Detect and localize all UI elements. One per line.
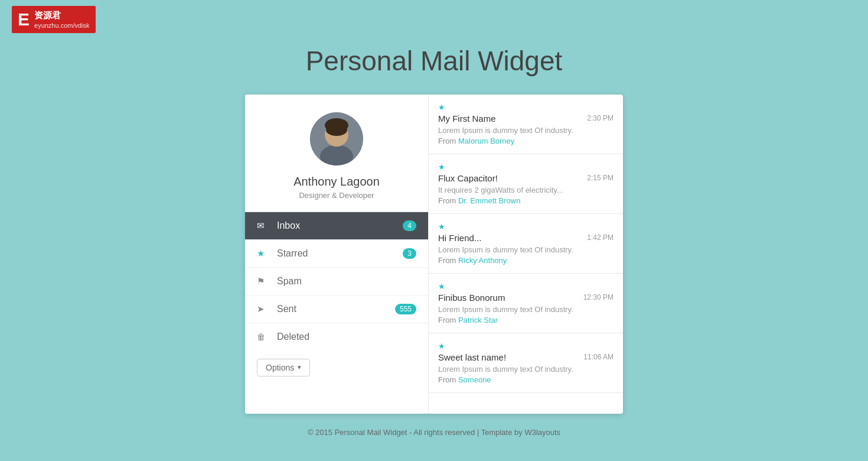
inbox-badge: 4 — [403, 220, 416, 231]
mail-time: 11:06 AM — [583, 353, 614, 361]
sidebar-item-spam[interactable]: ⚑ Spam — [245, 267, 428, 295]
inbox-icon: ✉ — [257, 220, 269, 231]
mail-from: From Ricky Anthony — [438, 256, 614, 265]
sidebar-item-deleted[interactable]: 🗑 Deleted — [245, 323, 428, 350]
mail-sender-link[interactable]: Ricky Anthony — [458, 256, 507, 265]
mail-list: ★ My First Name 2:30 PM Lorem Ipsum is d… — [428, 95, 623, 414]
logo[interactable]: E 资源君 eyunzhu.com/vdisk — [12, 6, 96, 33]
chevron-down-icon: ▾ — [298, 363, 301, 371]
logo-brand: 资源君 — [34, 9, 90, 21]
nav-list: ✉ Inbox 4 ★ Starred 3 ⚑ Spam ➤ Sent 555 — [245, 212, 428, 350]
star-indicator: ★ — [438, 282, 614, 291]
mail-subject: Sweet last name! — [438, 352, 506, 362]
star-indicator: ★ — [438, 163, 614, 171]
page-footer: © 2015 Personal Mail Widget - All rights… — [0, 414, 868, 451]
inbox-label: Inbox — [277, 220, 403, 231]
profile-name: Anthony Lagoon — [293, 175, 380, 189]
deleted-icon: 🗑 — [257, 332, 269, 342]
sidebar: Anthony Lagoon Designer & Developer ✉ In… — [245, 95, 428, 414]
mail-sender-link[interactable]: Patrick Star — [458, 316, 498, 324]
mail-from: From Someone — [438, 375, 614, 384]
mail-time: 2:15 PM — [587, 174, 614, 182]
mail-sender-link[interactable]: Dr. Emmett Brown — [458, 196, 520, 205]
mail-from: From Patrick Star — [438, 316, 614, 324]
logo-text: 资源君 eyunzhu.com/vdisk — [34, 9, 90, 30]
mail-preview: Lorem Ipsum is dummy text Of industry. — [438, 245, 614, 254]
avatar — [310, 112, 363, 165]
mail-time: 12:30 PM — [583, 293, 614, 301]
mail-preview: It requires 2 gigaWatts of electricity..… — [438, 186, 614, 194]
avatar-image — [310, 112, 363, 165]
mail-subject: My First Name — [438, 113, 496, 124]
mail-item[interactable]: ★ Flux Capacitor! 2:15 PM It requires 2 … — [429, 154, 623, 214]
starred-label: Starred — [277, 248, 403, 259]
mail-sender-link[interactable]: Someone — [458, 375, 491, 384]
spam-icon: ⚑ — [257, 276, 269, 287]
mail-time: 1:42 PM — [587, 233, 614, 242]
logo-e-icon: E — [18, 11, 30, 28]
star-indicator: ★ — [438, 103, 614, 112]
mail-from: From Malorum Borney — [438, 137, 614, 145]
deleted-label: Deleted — [277, 332, 416, 342]
sent-icon: ➤ — [257, 304, 269, 314]
mail-preview: Lorem Ipsum is dummy text Of industry. — [438, 365, 614, 374]
mail-item[interactable]: ★ Finibus Bonorum 12:30 PM Lorem Ipsum i… — [429, 274, 623, 333]
mail-item[interactable]: ★ Hi Friend... 1:42 PM Lorem Ipsum is du… — [429, 214, 623, 274]
sidebar-item-starred[interactable]: ★ Starred 3 — [245, 239, 428, 267]
mail-subject: Hi Friend... — [438, 233, 481, 243]
mail-item[interactable]: ★ My First Name 2:30 PM Lorem Ipsum is d… — [429, 95, 623, 154]
svg-point-4 — [326, 124, 347, 136]
mail-sender-link[interactable]: Malorum Borney — [458, 137, 514, 145]
starred-badge: 3 — [403, 248, 416, 259]
sidebar-item-sent[interactable]: ➤ Sent 555 — [245, 295, 428, 323]
mail-preview: Lorem Ipsum is dummy text Of industry. — [438, 126, 614, 135]
profile-section: Anthony Lagoon Designer & Developer — [245, 95, 428, 212]
spam-label: Spam — [277, 276, 416, 287]
star-indicator: ★ — [438, 222, 614, 231]
sidebar-item-inbox[interactable]: ✉ Inbox 4 — [245, 212, 428, 239]
profile-title: Designer & Developer — [299, 191, 374, 200]
top-bar: E 资源君 eyunzhu.com/vdisk — [0, 0, 868, 39]
mail-subject: Flux Capacitor! — [438, 173, 498, 183]
page-title: Personal Mail Widget — [0, 39, 868, 95]
star-indicator: ★ — [438, 342, 614, 350]
logo-url: eyunzhu.com/vdisk — [34, 21, 90, 30]
sent-label: Sent — [277, 304, 395, 314]
mail-subject: Finibus Bonorum — [438, 293, 505, 303]
starred-icon: ★ — [257, 248, 269, 259]
mail-preview: Lorem Ipsum is dummy text Of industry. — [438, 305, 614, 314]
sent-badge: 555 — [395, 304, 416, 314]
mail-from: From Dr. Emmett Brown — [438, 196, 614, 205]
main-widget: Anthony Lagoon Designer & Developer ✉ In… — [245, 95, 623, 414]
mail-time: 2:30 PM — [587, 114, 614, 122]
mail-item[interactable]: ★ Sweet last name! 11:06 AM Lorem Ipsum … — [429, 333, 623, 393]
options-label: Options — [266, 363, 294, 372]
options-button[interactable]: Options ▾ — [257, 359, 310, 376]
